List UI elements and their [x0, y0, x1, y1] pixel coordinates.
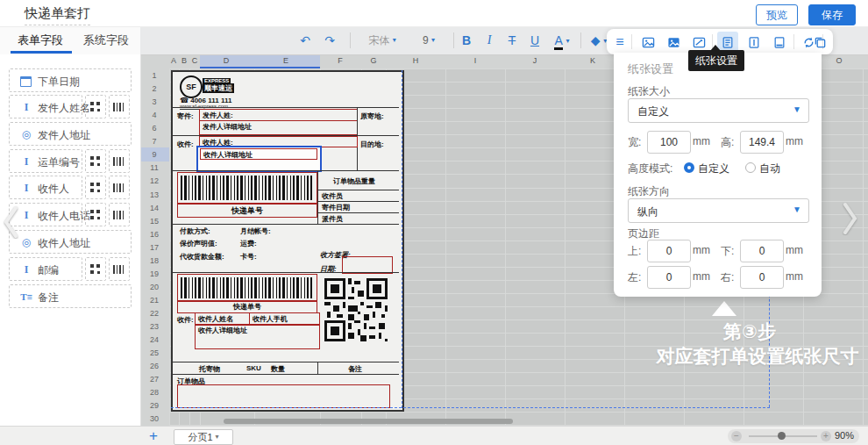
carousel-next-icon[interactable]	[842, 202, 859, 239]
sender-address-field[interactable]: 发件人详细地址	[199, 120, 358, 135]
qr-code-chip[interactable]	[85, 257, 106, 281]
waybill-barcode2-field[interactable]	[177, 274, 317, 302]
barcode-chip[interactable]	[109, 149, 130, 173]
footer-bar: + 分页1 ▾ − + 90%	[0, 426, 868, 445]
receiver-address2-field[interactable]: 收件人详细地址	[195, 324, 320, 349]
page-footer-icon[interactable]	[769, 29, 790, 54]
note-icon: T≡	[19, 290, 33, 304]
sender-name-field[interactable]: 发件人姓:	[199, 109, 358, 121]
step-note-line1: 第③步	[684, 319, 815, 344]
receiver2-label: 收件:	[177, 315, 194, 325]
row-label: 28	[142, 388, 167, 397]
field-item-receiver-address[interactable]: ◎ 收件人地址	[9, 230, 132, 254]
horizontal-scrollbar[interactable]	[224, 419, 513, 424]
font-color-button[interactable]: A ▾	[549, 26, 575, 54]
carousel-prev-icon[interactable]	[2, 205, 19, 242]
page-tab[interactable]: 分页1 ▾	[174, 429, 233, 445]
field-item-sender-name[interactable]: I 发件人姓名	[9, 95, 82, 118]
image-insert-icon[interactable]	[637, 29, 659, 54]
unit-label: mm	[786, 135, 803, 147]
paper-settings-panel: 纸张设置 纸张大小 自定义 ▼ 宽: mm 高: mm 高度模式: 自定义 自动…	[614, 53, 822, 297]
tab-system-fields[interactable]: 系统字段	[83, 26, 129, 54]
undo-icon[interactable]: ↶	[296, 26, 314, 54]
qr-icon	[90, 102, 100, 111]
zoom-in-button[interactable]: +	[821, 431, 831, 441]
add-page-button[interactable]: +	[149, 427, 158, 445]
margin-top-input[interactable]	[647, 240, 691, 262]
field-item-postcode[interactable]: I 邮编	[9, 257, 82, 281]
field-item-order-date[interactable]: 下单日期	[9, 68, 132, 92]
barcode-chip[interactable]	[109, 203, 130, 226]
barcode-icon	[113, 183, 125, 192]
row-label: 26	[142, 362, 167, 370]
field-item-note[interactable]: T≡ 备注	[9, 284, 132, 308]
radio-auto[interactable]	[745, 162, 756, 173]
row-label: 9	[142, 150, 167, 159]
row-label: 15	[142, 217, 167, 226]
date-field[interactable]	[342, 256, 393, 274]
waybill-barcode-field[interactable]	[177, 172, 317, 204]
radio-custom-label[interactable]: 自定义	[698, 161, 729, 176]
margin-bottom-input[interactable]	[740, 240, 784, 262]
field-item-receiver-phone[interactable]: I 收件人电话	[9, 203, 82, 226]
qr-code-image	[324, 278, 388, 341]
orientation-label: 纸张方向	[628, 184, 670, 199]
height-label: 高:	[721, 135, 734, 150]
font-size-select[interactable]: 9 ▾	[412, 26, 445, 54]
underline-button[interactable]: U	[526, 26, 544, 54]
shipping-label-template[interactable]: SF EXPRESS 顺丰速运 ☎ 4006 111 111 www.sf-ex…	[171, 70, 404, 412]
tracking-no-caption[interactable]: 快递单号	[177, 204, 317, 218]
margin-right-input[interactable]	[740, 266, 784, 289]
tab-form-fields[interactable]: 表单字段	[18, 26, 63, 54]
column-label: E	[281, 56, 291, 65]
italic-button[interactable]: I	[480, 26, 498, 54]
field-item-sender-address[interactable]: ◎ 发件人地址	[9, 122, 132, 146]
bold-button[interactable]: B	[458, 26, 475, 54]
weight-label: 订单物品重量	[333, 176, 375, 186]
page-split-icon[interactable]	[743, 29, 765, 54]
save-button[interactable]: 保存	[808, 4, 856, 25]
qr-code-chip[interactable]	[85, 203, 106, 226]
row-label: 27	[142, 375, 167, 384]
radio-auto-label[interactable]: 自动	[759, 161, 780, 176]
barcode-chip[interactable]	[109, 257, 130, 281]
order-items-field[interactable]	[177, 384, 390, 408]
column-label: A	[168, 56, 179, 65]
payment-label: 付款方式:	[180, 226, 210, 236]
brand-cn: 顺丰速运	[203, 83, 234, 93]
qr-code-chip[interactable]	[85, 95, 106, 118]
barcode-chip[interactable]	[109, 176, 130, 199]
row-label: 1	[142, 71, 167, 80]
receiver-address-field[interactable]: 收件人详细地址	[200, 148, 317, 160]
paper-width-input[interactable]	[647, 131, 691, 154]
strikethrough-button[interactable]: T	[503, 26, 521, 54]
zoom-out-button[interactable]: −	[731, 431, 742, 441]
goods-header-note: 备注	[348, 364, 362, 374]
field-item-receiver[interactable]: I 收件人	[9, 176, 82, 199]
font-family-select[interactable]: 宋体 ▾	[358, 26, 407, 54]
orientation-select[interactable]: 纵向 ▼	[628, 198, 809, 223]
radio-custom[interactable]	[684, 162, 694, 173]
barcode-chip[interactable]	[109, 95, 130, 118]
field-item-waybill-no[interactable]: I 运单编号	[9, 149, 82, 173]
qr-code-chip[interactable]	[85, 149, 106, 173]
margin-bottom-label: 下:	[721, 244, 734, 259]
selected-cell-outline[interactable]: 收件人详细地址	[196, 146, 322, 172]
chevron-down-icon: ▾	[431, 36, 435, 44]
zoom-slider-handle[interactable]	[778, 432, 786, 440]
paper-size-select[interactable]: 自定义 ▼	[628, 98, 809, 123]
copy-icon[interactable]	[808, 29, 831, 54]
image-fill-icon[interactable]	[662, 29, 685, 54]
preview-button[interactable]: 预览	[756, 4, 798, 25]
row-label: 23	[142, 322, 167, 331]
tracking-no-caption2[interactable]: 快递单号	[177, 300, 317, 313]
margin-left-label: 左:	[628, 270, 641, 285]
row-label: 12	[142, 176, 167, 185]
margin-left-input[interactable]	[647, 266, 691, 289]
column-label: C	[189, 56, 200, 65]
paper-height-input[interactable]	[740, 131, 784, 154]
qr-code-chip[interactable]	[85, 176, 106, 199]
field-list-icon[interactable]: ≡	[610, 29, 630, 54]
row-label: 21	[142, 296, 167, 305]
redo-icon[interactable]: ↷	[321, 26, 338, 54]
